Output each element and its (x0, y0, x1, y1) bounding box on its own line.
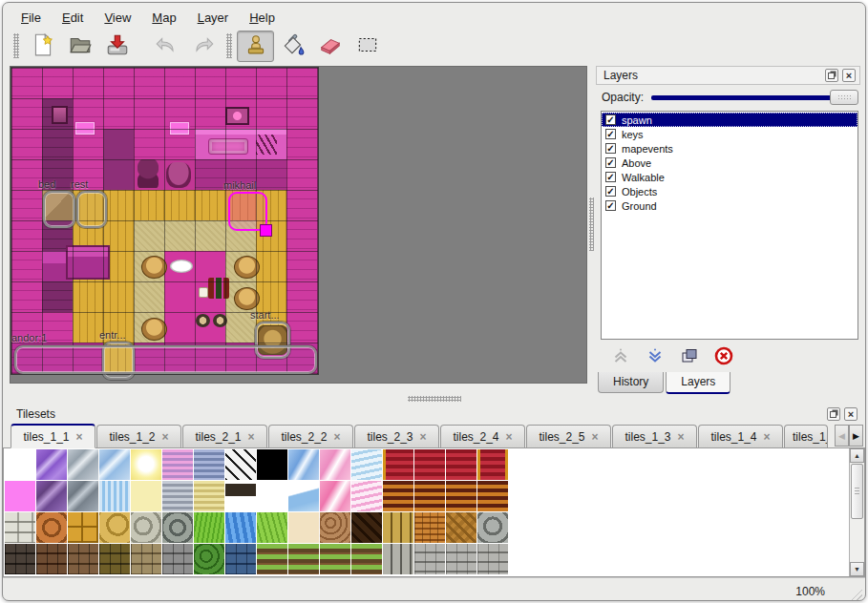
map-tile[interactable] (11, 129, 42, 159)
map-canvas[interactable]: bedrestmikhailstart...entr...andor:1 (11, 68, 318, 374)
layer-visibility-checkbox[interactable]: ✓ (605, 172, 616, 182)
tileset-tile[interactable] (288, 544, 319, 574)
layer-visibility-checkbox[interactable]: ✓ (605, 157, 616, 168)
open-button[interactable] (61, 31, 98, 62)
menu-file[interactable]: File (12, 9, 50, 27)
tileset-tile[interactable] (446, 449, 476, 480)
map-tile[interactable] (103, 190, 134, 220)
tileset-tile[interactable] (351, 449, 382, 480)
tab-tiles_1[interactable]: tiles_1_ (784, 425, 828, 447)
tileset-tile[interactable] (446, 544, 476, 574)
vertical-splitter[interactable] (587, 64, 596, 388)
map-tile[interactable] (195, 159, 225, 190)
map-view[interactable]: bedrestmikhailstart...entr...andor:1 (10, 66, 587, 384)
map-object-bed[interactable] (43, 191, 75, 228)
map-object-andor1[interactable] (14, 345, 317, 374)
delete-layer-button[interactable] (712, 345, 735, 368)
tileset-tile[interactable] (414, 449, 445, 480)
tileset-tile[interactable] (320, 544, 350, 574)
raise-layer-button[interactable] (609, 345, 632, 368)
tileset-tile[interactable] (194, 481, 224, 511)
undo-button[interactable] (147, 31, 184, 62)
tileset-tile[interactable] (131, 544, 161, 574)
layer-row-ground[interactable]: ✓Ground (602, 198, 857, 213)
map-tile[interactable] (42, 68, 73, 98)
eraser-button[interactable] (311, 31, 349, 62)
scroll-tabs-right-button[interactable]: ▶ (849, 425, 863, 447)
map-tile[interactable] (286, 129, 317, 159)
tileset-tile[interactable] (99, 449, 130, 480)
tileset-view[interactable]: ▲ ▼ (3, 448, 865, 577)
map-tile[interactable] (103, 159, 134, 190)
map-tile[interactable] (11, 98, 42, 129)
tileset-tile[interactable] (225, 449, 256, 480)
tileset-tile[interactable] (225, 544, 256, 574)
tileset-tile[interactable] (194, 449, 224, 480)
tileset-tile[interactable] (414, 481, 445, 511)
tab-tiles_2_5[interactable]: tiles_2_5× (526, 425, 611, 447)
tileset-tile[interactable] (351, 512, 382, 543)
tab-tiles_1_4[interactable]: tiles_1_4× (698, 425, 783, 447)
tileset-tile[interactable] (5, 512, 35, 543)
tileset-tile[interactable] (131, 481, 161, 511)
rect-select-button[interactable] (349, 31, 386, 62)
tab-tiles_1_1[interactable]: tiles_1_1× (11, 424, 95, 448)
tileset-tile[interactable] (68, 481, 98, 511)
menu-map[interactable]: Map (143, 9, 184, 27)
tab-tiles_2_4[interactable]: tiles_2_4× (440, 425, 525, 447)
map-tile[interactable] (286, 159, 317, 190)
tileset-tile[interactable] (320, 449, 350, 480)
map-object-rest[interactable] (76, 191, 107, 228)
tileset-tile[interactable] (194, 544, 224, 574)
layer-visibility-checkbox[interactable]: ✓ (605, 114, 616, 125)
map-tile[interactable] (286, 220, 317, 251)
tileset-tile[interactable] (477, 512, 508, 543)
tab-close-icon[interactable]: × (764, 431, 771, 443)
close-button[interactable]: × (842, 69, 856, 82)
map-tile[interactable] (73, 68, 103, 98)
tab-tiles_2_2[interactable]: tiles_2_2× (268, 425, 353, 447)
tileset-tile[interactable] (383, 512, 413, 543)
tileset-tile[interactable] (99, 481, 130, 511)
map-tile[interactable] (11, 220, 42, 251)
tileset-tile[interactable] (36, 449, 67, 480)
tileset-tile[interactable] (162, 544, 193, 574)
tileset-scrollbar[interactable]: ▲ ▼ (849, 448, 864, 576)
map-tile[interactable] (256, 68, 286, 98)
menu-view[interactable]: View (95, 9, 139, 27)
bucket-fill-button[interactable] (274, 31, 311, 62)
map-tile[interactable] (103, 98, 134, 129)
resize-grip[interactable] (846, 585, 862, 601)
opacity-slider[interactable] (651, 89, 858, 106)
map-tile[interactable] (195, 98, 225, 129)
map-tile[interactable] (256, 251, 286, 281)
menu-help[interactable]: Help (241, 9, 284, 27)
map-tile[interactable] (11, 68, 42, 98)
tileset-tile[interactable] (383, 481, 413, 511)
map-tile[interactable] (164, 68, 195, 98)
map-tile[interactable] (73, 281, 103, 312)
opacity-slider-handle[interactable] (830, 90, 858, 105)
tileset-tile[interactable] (131, 449, 161, 480)
tileset-tile[interactable] (257, 481, 287, 511)
map-tile[interactable] (286, 281, 317, 312)
tab-close-icon[interactable]: × (248, 431, 255, 443)
tileset-tile[interactable] (5, 449, 35, 480)
map-tile[interactable] (134, 281, 164, 312)
map-tile[interactable] (195, 220, 225, 251)
map-tile[interactable] (42, 129, 73, 159)
layer-row-objects[interactable]: ✓Objects (602, 184, 857, 198)
menu-layer[interactable]: Layer (189, 9, 238, 27)
tileset-tile[interactable] (320, 481, 350, 511)
tileset-tile[interactable] (5, 544, 35, 574)
layer-row-above[interactable]: ✓Above (602, 156, 857, 170)
scrollbar-thumb[interactable] (851, 464, 863, 519)
tileset-tile[interactable] (68, 512, 98, 543)
map-tile[interactable] (134, 68, 164, 98)
tileset-tile[interactable] (99, 512, 130, 543)
map-tile[interactable] (195, 190, 225, 220)
map-tile[interactable] (286, 251, 317, 281)
tab-history[interactable]: History (598, 372, 664, 393)
tileset-tile[interactable] (383, 449, 413, 480)
float-button[interactable] (827, 407, 840, 421)
